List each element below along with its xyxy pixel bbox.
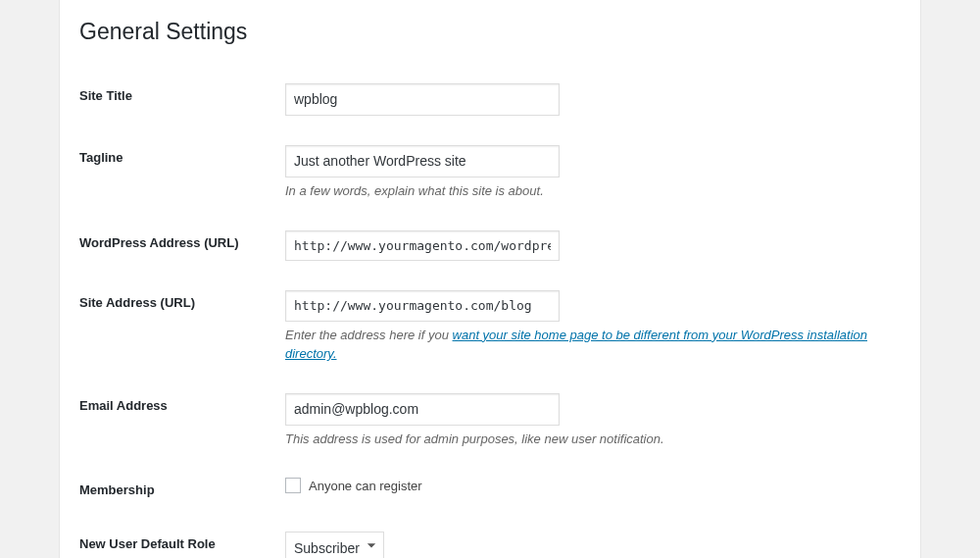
site-address-label: Site Address (URL) [79,276,275,378]
site-address-description: Enter the address here if you want your … [285,326,891,364]
email-input[interactable] [285,393,560,426]
membership-checkbox[interactable] [285,478,301,493]
wp-address-input[interactable] [285,230,560,261]
default-role-select[interactable]: Subscriber [285,532,384,558]
email-description: This address is used for admin purposes,… [285,430,891,449]
site-address-input[interactable] [285,290,560,321]
membership-checkbox-text: Anyone can register [309,479,422,493]
site-title-input[interactable] [285,83,560,116]
wp-address-label: WordPress Address (URL) [79,216,275,276]
membership-checkbox-label[interactable]: Anyone can register [285,478,422,493]
site-address-desc-prefix: Enter the address here if you [285,328,453,342]
default-role-label: New User Default Role [79,517,275,558]
email-label: Email Address [79,379,275,464]
tagline-label: Tagline [79,130,275,216]
tagline-description: In a few words, explain what this site i… [285,181,891,201]
site-title-label: Site Title [79,69,275,130]
page-title: General Settings [79,10,901,49]
membership-label: Membership [79,463,275,517]
tagline-input[interactable] [285,145,560,178]
